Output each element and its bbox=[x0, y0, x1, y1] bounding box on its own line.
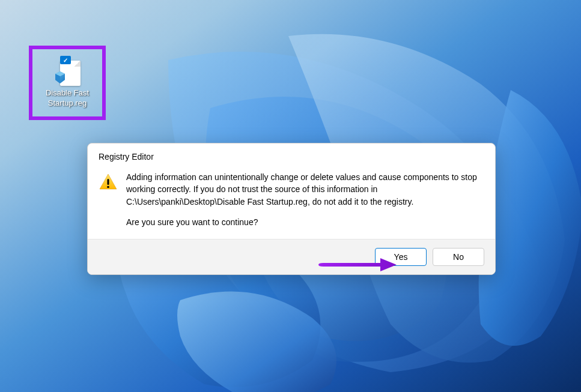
yes-button[interactable]: Yes bbox=[375, 248, 427, 266]
no-button[interactable]: No bbox=[433, 248, 484, 266]
dialog-title: Registry Editor bbox=[88, 143, 495, 166]
dialog-message: Adding information can unintentionally c… bbox=[126, 171, 484, 208]
dialog-prompt: Are you sure you want to continue? bbox=[126, 216, 484, 228]
svg-rect-1 bbox=[108, 179, 109, 185]
dialog-button-row: Yes No bbox=[88, 239, 495, 274]
registry-editor-dialog: Registry Editor Adding information can u… bbox=[87, 143, 496, 275]
warning-icon bbox=[99, 172, 118, 191]
svg-point-2 bbox=[107, 186, 109, 188]
desktop-icon-label: Disable Fast Startup.reg bbox=[37, 88, 97, 109]
reg-file-icon bbox=[53, 57, 82, 86]
dialog-message-area: Adding information can unintentionally c… bbox=[126, 171, 484, 228]
desktop-file-icon[interactable]: Disable Fast Startup.reg bbox=[34, 50, 101, 115]
